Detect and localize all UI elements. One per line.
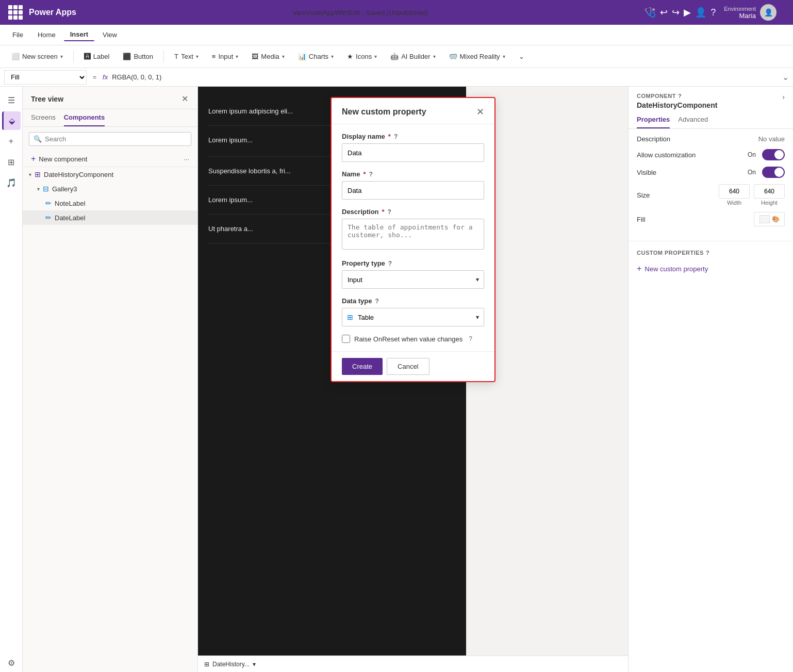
help-icon[interactable]: ? — [711, 7, 716, 18]
tree-close-button[interactable]: ✕ — [180, 93, 189, 105]
user-icon[interactable]: 👤 — [695, 7, 706, 18]
label-tree-icon: ✏ — [45, 199, 52, 207]
expand-formula-button[interactable]: ⌄ — [782, 72, 789, 82]
expand-right-panel-button[interactable]: › — [782, 93, 785, 101]
media-button[interactable]: 🖼 Media ▾ — [246, 50, 289, 63]
component-indicator: ⊞ DateHistory... ▾ — [204, 661, 256, 668]
name-help-icon[interactable]: ? — [369, 171, 372, 178]
allow-customization-value: On — [748, 151, 756, 158]
tab-properties[interactable]: Properties — [637, 116, 670, 128]
property-type-help-icon[interactable]: ? — [388, 260, 392, 267]
more-button[interactable]: ⌄ — [514, 50, 530, 63]
width-input[interactable] — [719, 184, 750, 199]
dialog-header: New custom property ✕ — [332, 98, 494, 124]
ai-builder-button[interactable]: 🤖 AI Builder ▾ — [385, 50, 440, 63]
waffle-icon[interactable] — [8, 5, 23, 20]
canvas-area[interactable]: Lorem ipsum adipiscing eli... Lorem ipsu… — [198, 87, 628, 672]
play-icon[interactable]: ▶ — [684, 7, 691, 18]
height-input[interactable] — [754, 184, 785, 199]
undo-icon[interactable]: ↩ — [660, 7, 668, 18]
new-screen-button[interactable]: ⬜ New screen ▾ — [6, 50, 68, 63]
new-custom-property-dialog: New custom property ✕ Display name * ? — [331, 97, 495, 382]
chevron-media-icon: ▾ — [282, 54, 285, 59]
label-icon: 🅰 — [84, 53, 91, 60]
component-help-icon[interactable]: ? — [678, 93, 682, 99]
name-input[interactable] — [342, 181, 484, 200]
allow-customization-toggle[interactable] — [762, 149, 785, 160]
create-button[interactable]: Create — [342, 358, 383, 375]
input-button[interactable]: ≡ Input ▾ — [207, 50, 244, 63]
dialog-overlay: New custom property ✕ Display name * ? — [198, 87, 628, 672]
chevron-icons-icon: ▾ — [374, 54, 377, 59]
fill-row: Fill 🎨 — [637, 212, 785, 226]
new-component-button[interactable]: + New component ··· — [23, 151, 197, 167]
height-group: Height — [754, 184, 785, 206]
charts-button[interactable]: 📊 Charts ▾ — [293, 50, 339, 63]
redo-icon[interactable]: ↪ — [672, 7, 680, 18]
custom-props-help-icon[interactable]: ? — [706, 250, 709, 256]
component-label: COMPONENT ? — [637, 93, 682, 99]
name-group: Name * ? — [342, 170, 484, 200]
visible-toggle[interactable] — [762, 167, 785, 178]
menu-home[interactable]: Home — [31, 29, 62, 41]
settings-button[interactable]: ⚙ — [2, 653, 21, 672]
size-inputs: Width Height — [719, 184, 785, 206]
fill-picker[interactable]: 🎨 — [754, 212, 785, 226]
list-item[interactable]: ✏ DateLabel — [23, 210, 197, 225]
menu-view[interactable]: View — [96, 29, 123, 41]
data-type-select[interactable]: Table — [342, 308, 484, 326]
text-button[interactable]: T Text ▾ — [169, 50, 204, 63]
fx-label: fx — [103, 73, 108, 81]
avatar[interactable]: 👤 — [760, 4, 777, 21]
tab-advanced[interactable]: Advanced — [678, 116, 708, 128]
description-help-icon[interactable]: ? — [388, 208, 391, 216]
chevron-down-icon: ▾ — [60, 54, 63, 59]
formula-input[interactable] — [112, 73, 778, 81]
raise-onreset-checkbox[interactable] — [342, 335, 350, 343]
list-item[interactable]: ✏ NoteLabel — [23, 196, 197, 210]
display-name-help-icon[interactable]: ? — [394, 133, 398, 140]
more-options-icon[interactable]: ··· — [184, 155, 189, 163]
search-input[interactable] — [45, 135, 187, 143]
menu-insert[interactable]: Insert — [64, 28, 94, 41]
display-name-input[interactable] — [342, 143, 484, 162]
stethoscope-icon[interactable]: 🩺 — [645, 7, 656, 18]
cancel-button[interactable]: Cancel — [387, 358, 429, 375]
search-icon: 🔍 — [34, 135, 42, 143]
icons-button[interactable]: ★ Icons ▾ — [342, 50, 382, 63]
description-input[interactable] — [342, 219, 484, 250]
layers-button[interactable]: ⬙ — [2, 111, 21, 130]
data-type-help-icon[interactable]: ? — [375, 298, 379, 305]
table-icon: ⊞ — [347, 313, 353, 321]
button-button[interactable]: ⬛ Button — [118, 50, 158, 63]
add-button[interactable]: + — [2, 132, 21, 151]
property-type-select[interactable]: Input — [342, 270, 484, 289]
chevron-charts-icon: ▾ — [331, 54, 334, 59]
property-selector[interactable]: Fill — [4, 70, 87, 85]
new-custom-property-button[interactable]: + New custom property — [629, 260, 793, 277]
plus-icon: + — [637, 264, 641, 273]
label-button[interactable]: 🅰 Label — [79, 50, 115, 63]
chevron-mr-icon: ▾ — [503, 54, 505, 59]
raise-onreset-help-icon[interactable]: ? — [469, 335, 472, 342]
menu-file[interactable]: File — [6, 29, 29, 41]
tree-search[interactable]: 🔍 — [29, 132, 191, 146]
list-item[interactable]: ▾ ⊞ DateHistoryComponent ··· — [23, 167, 197, 182]
dialog-close-button[interactable]: ✕ — [476, 106, 484, 118]
data-button[interactable]: ⊞ — [2, 153, 21, 171]
dialog-footer: Create Cancel — [332, 351, 494, 381]
component-icon: ⊞ — [35, 170, 41, 178]
hamburger-button[interactable]: ☰ — [2, 91, 21, 109]
width-label: Width — [727, 200, 741, 206]
mixed-reality-button[interactable]: 🥽 Mixed Reality ▾ — [444, 50, 510, 63]
right-panel-header: COMPONENT ? › DateHistoryComponent — [629, 87, 793, 116]
tab-components[interactable]: Components — [64, 113, 105, 126]
list-item[interactable]: ▾ ⊟ Gallery3 — [23, 182, 197, 196]
right-tabs: Properties Advanced — [629, 116, 793, 129]
property-type-label: Property type ? — [342, 259, 484, 267]
env-name: Maria — [724, 12, 756, 20]
tab-screens[interactable]: Screens — [31, 113, 56, 126]
data-type-group: Data type ? ⊞ Table ▾ — [342, 297, 484, 326]
chevron-bar-icon[interactable]: ▾ — [253, 661, 256, 668]
media-panel-button[interactable]: 🎵 — [2, 173, 21, 192]
